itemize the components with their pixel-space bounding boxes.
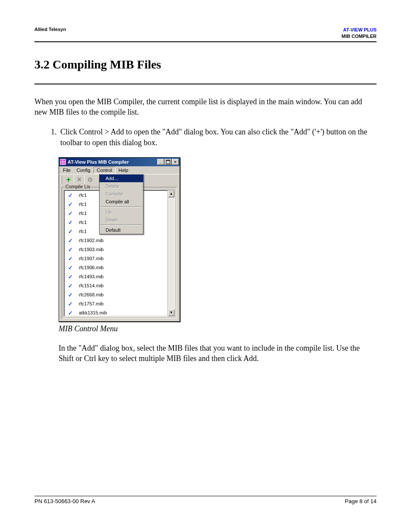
list-item[interactable]: ✓rfc2668.mib [65,290,167,299]
section-title: 3.2 Compiling MIB Files [34,58,377,72]
header-subtitle: MIB COMPILER [342,33,377,40]
toolbar-grip [61,175,62,184]
app-window: AT-View Plus MIB Compiler _ × File Confi… [59,157,180,322]
footer-right: Page 8 of 14 [345,498,377,504]
gear-icon: ⚙ [87,176,93,183]
list-item-label: rfc1493.mib [79,274,103,279]
check-icon: ✓ [68,301,73,307]
check-icon: ✓ [68,219,73,226]
scroll-down-button[interactable]: ▼ [168,309,174,316]
menubar: File Config Control Help [59,166,180,174]
menu-item-add[interactable]: Add… [100,174,143,182]
control-dropdown: Add… Delete Compile Compile all Up Down … [99,174,143,234]
check-icon: ✓ [68,237,73,244]
minimize-button[interactable]: _ [157,159,164,165]
page-header: Allied Telesyn AT-VIEW PLUS MIB COMPILER [34,27,377,42]
list-item-label: rfc1757.mib [79,301,103,306]
list-item[interactable]: ✓rfc1906.mib [65,263,167,272]
list-item-label: rfc1903.mib [79,247,103,252]
separator [74,175,74,184]
list-item-label: rfc2668.mib [79,292,103,297]
menu-separator [100,224,142,225]
step-1: Click Control > Add to open the "Add" di… [59,127,377,148]
menu-help[interactable]: Help [115,167,131,173]
titlebar[interactable]: AT-View Plus MIB Compiler _ × [59,158,180,166]
check-icon: ✓ [68,264,73,271]
check-icon: ✓ [68,201,73,208]
close-button[interactable]: × [172,159,179,165]
check-icon: ✓ [68,210,73,217]
check-icon: ✓ [68,292,73,298]
check-icon: ✓ [68,228,73,235]
check-icon: ✓ [68,255,73,262]
x-icon: × [77,177,81,183]
maximize-button[interactable] [165,159,171,165]
menu-file[interactable]: File [60,167,74,173]
list-item[interactable]: ✓atkk1315.mib [65,308,167,316]
list-item-label: rfc1 [79,193,87,198]
list-item-label: rfc1 [79,220,87,225]
menu-item-up[interactable]: Up [100,208,143,216]
list-item-label: rfc1902.mib [79,238,103,243]
scroll-track[interactable] [168,197,174,309]
check-icon: ✓ [68,283,73,289]
page-footer: PN 613-50663-00 Rev A Page 8 of 14 [34,496,377,504]
figure-caption: MIB Control Menu [59,324,377,333]
menu-item-default[interactable]: Default [100,226,143,234]
list-item[interactable]: ✓rfc1907.mib [65,254,167,263]
toolbar-compile-button[interactable]: ⚙ [85,175,95,184]
menu-item-compile-all[interactable]: Compile all [100,198,143,205]
list-item-label: atkk1315.mib [79,310,107,315]
menu-control[interactable]: Control [93,167,115,174]
menu-item-compile[interactable]: Compile [100,190,143,198]
after-figure-paragraph: In the "Add" dialog box, select the MIB … [59,343,377,364]
group-label: Compile Lis [65,184,91,189]
plus-icon: + [66,177,71,183]
menu-separator [100,206,142,207]
check-icon: ✓ [68,246,73,253]
list-item-label: rfc1906.mib [79,265,103,270]
check-icon: ✓ [68,274,73,280]
list-item[interactable]: ✓rfc1514.mib [65,281,167,290]
list-item[interactable]: ✓rfc1902.mib [65,236,167,245]
header-product: AT-VIEW PLUS [342,27,377,33]
menu-item-delete[interactable]: Delete [100,182,143,190]
check-icon: ✓ [68,310,73,316]
footer-left: PN 613-50663-00 Rev A [34,498,95,504]
list-item[interactable]: ✓rfc1903.mib [65,245,167,254]
scroll-up-button[interactable]: ▲ [168,190,174,197]
menu-config[interactable]: Config [74,167,93,173]
list-item-label: rfc1514.mib [79,283,103,288]
list-item-label: rfc1 [79,202,87,207]
app-icon [60,159,66,165]
list-item[interactable]: ✓rfc1493.mib [65,272,167,281]
window-title: AT-View Plus MIB Compiler [68,159,129,165]
header-left: Allied Telesyn [34,27,66,32]
list-item-label: rfc1907.mib [79,256,103,261]
list-item-label: rfc1 [79,229,87,234]
toolbar-add-button[interactable]: + [64,175,73,184]
section-rule [34,84,377,84]
list-item[interactable]: ✓rfc1757.mib [65,299,167,308]
separator [84,175,85,184]
menu-item-down[interactable]: Down [100,216,143,224]
check-icon: ✓ [68,192,73,199]
intro-paragraph: When you open the MIB Compiler, the curr… [34,96,377,118]
list-item-label: rfc1 [79,211,87,216]
toolbar-delete-button[interactable]: × [75,175,84,184]
scrollbar[interactable]: ▲ ▼ [168,190,174,316]
